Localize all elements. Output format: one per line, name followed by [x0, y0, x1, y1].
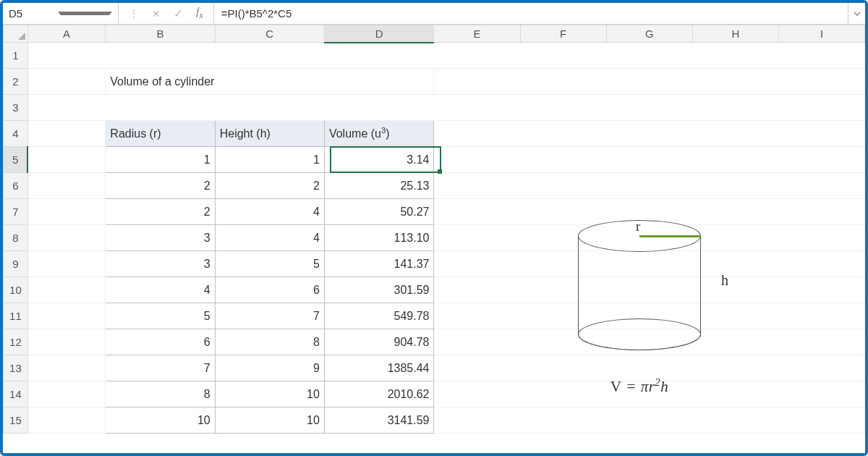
- row-header[interactable]: 11: [4, 303, 28, 329]
- row-header[interactable]: 2: [4, 69, 28, 95]
- table-row: 8 3 4 113.10: [4, 225, 865, 251]
- cell[interactable]: 10: [106, 408, 215, 434]
- app-window: D5 ⋮ ✕ ✓ fx =PI()*B5^2*C5 A B: [0, 0, 868, 456]
- row: 1: [4, 43, 865, 69]
- cell[interactable]: 6: [215, 277, 324, 303]
- cell[interactable]: 8: [215, 329, 324, 355]
- row-header[interactable]: 6: [4, 173, 28, 199]
- name-box[interactable]: D5: [3, 3, 119, 24]
- formula-bar-controls: ⋮ ✕ ✓ fx: [119, 3, 214, 24]
- table-row: 6 2 2 25.13: [4, 173, 865, 199]
- page-title: Volume of a cylinder: [106, 69, 434, 95]
- col-header[interactable]: A: [27, 25, 105, 43]
- cell[interactable]: 4: [106, 277, 215, 303]
- cell[interactable]: 2: [106, 173, 215, 199]
- row-header[interactable]: 8: [4, 225, 28, 251]
- enter-icon[interactable]: ✓: [174, 7, 183, 20]
- table-header-radius[interactable]: Radius (r): [106, 121, 215, 147]
- col-header[interactable]: I: [778, 25, 864, 43]
- row-header[interactable]: 9: [4, 251, 28, 277]
- col-header[interactable]: G: [606, 25, 692, 43]
- cell[interactable]: 904.78: [324, 329, 434, 355]
- col-header[interactable]: D: [324, 25, 434, 43]
- expand-formula-bar-icon[interactable]: [848, 3, 865, 24]
- row-header[interactable]: 14: [4, 381, 28, 408]
- formula-bar: D5 ⋮ ✕ ✓ fx =PI()*B5^2*C5: [3, 3, 865, 25]
- cell[interactable]: 6: [106, 329, 215, 355]
- formula-input[interactable]: =PI()*B5^2*C5: [214, 7, 848, 20]
- volume-formula: V = πr2h: [560, 376, 719, 396]
- col-header[interactable]: C: [215, 25, 324, 43]
- cell[interactable]: 113.10: [324, 225, 434, 251]
- cell[interactable]: 10: [215, 408, 324, 434]
- row-header[interactable]: 7: [4, 199, 28, 225]
- chevron-down-icon[interactable]: [58, 12, 113, 15]
- cell[interactable]: 4: [215, 199, 324, 225]
- height-label: h: [721, 272, 728, 289]
- col-header[interactable]: B: [106, 25, 215, 43]
- table-row: 15 10 10 3141.59: [4, 408, 865, 434]
- table-row: 13 7 9 1385.44: [4, 355, 865, 381]
- cell[interactable]: 7: [106, 355, 215, 381]
- row-header[interactable]: 1: [4, 43, 28, 69]
- row-header[interactable]: 12: [4, 329, 28, 355]
- radius-label: r: [636, 219, 640, 235]
- cell[interactable]: 3: [106, 251, 215, 277]
- cell[interactable]: 8: [106, 381, 215, 408]
- row: 2 Volume of a cylinder: [4, 69, 865, 95]
- cell[interactable]: 5: [106, 303, 215, 329]
- table-row: 11 5 7 549.78: [4, 303, 865, 329]
- fx-icon[interactable]: fx: [196, 6, 203, 21]
- row-header[interactable]: 10: [4, 277, 28, 303]
- row: 3: [4, 95, 865, 121]
- row-header[interactable]: 4: [4, 121, 28, 147]
- table-row: 12 6 8 904.78: [4, 329, 865, 355]
- spreadsheet-grid[interactable]: A B C D E F G H I 1 2: [3, 25, 865, 453]
- cell[interactable]: 549.78: [324, 303, 434, 329]
- cylinder-diagram: r h V = πr2h: [560, 220, 719, 396]
- row: 4 Radius (r) Height (h) Volume (u3): [4, 121, 865, 147]
- col-header[interactable]: H: [692, 25, 778, 43]
- cell[interactable]: 141.37: [324, 251, 434, 277]
- cylinder-shape: r h: [578, 220, 701, 350]
- cell[interactable]: 2: [106, 199, 215, 225]
- radius-line: [639, 235, 701, 237]
- cell[interactable]: 3.14: [324, 147, 434, 173]
- cell[interactable]: 4: [215, 225, 324, 251]
- cell[interactable]: 2010.62: [324, 381, 434, 408]
- cell[interactable]: 5: [215, 251, 324, 277]
- name-box-value: D5: [9, 7, 58, 20]
- cancel-icon[interactable]: ✕: [152, 8, 161, 20]
- cell[interactable]: 7: [215, 303, 324, 329]
- table-header-height[interactable]: Height (h): [215, 121, 324, 147]
- cell[interactable]: 1: [106, 147, 215, 173]
- cell[interactable]: 1: [215, 147, 324, 173]
- cell[interactable]: 50.27: [324, 199, 434, 225]
- grip-icon: ⋮: [129, 8, 139, 20]
- table-row: 14 8 10 2010.62: [4, 381, 865, 408]
- cell[interactable]: 301.59: [324, 277, 434, 303]
- cell[interactable]: 2: [215, 173, 324, 199]
- select-all-corner[interactable]: [4, 25, 28, 43]
- column-header-row: A B C D E F G H I: [4, 25, 865, 43]
- row-header[interactable]: 3: [4, 95, 28, 121]
- row-header[interactable]: 5: [4, 147, 28, 173]
- row-header[interactable]: 15: [4, 408, 28, 434]
- row-header[interactable]: 13: [4, 355, 28, 381]
- table-row: 7 2 4 50.27: [4, 199, 865, 225]
- table-row: 9 3 5 141.37: [4, 251, 865, 277]
- cell[interactable]: 10: [215, 381, 324, 408]
- table-header-volume[interactable]: Volume (u3): [324, 121, 434, 147]
- table-row: 10 4 6 301.59: [4, 277, 865, 303]
- col-header[interactable]: E: [434, 25, 520, 43]
- sheet-table: A B C D E F G H I 1 2: [3, 25, 865, 434]
- cell[interactable]: 3: [106, 225, 215, 251]
- col-header[interactable]: F: [520, 25, 606, 43]
- cell[interactable]: 1385.44: [324, 355, 434, 381]
- table-row: 5 1 1 3.14: [4, 147, 865, 173]
- cell[interactable]: 3141.59: [324, 408, 434, 434]
- cell[interactable]: 9: [215, 355, 324, 381]
- cell[interactable]: 25.13: [324, 173, 434, 199]
